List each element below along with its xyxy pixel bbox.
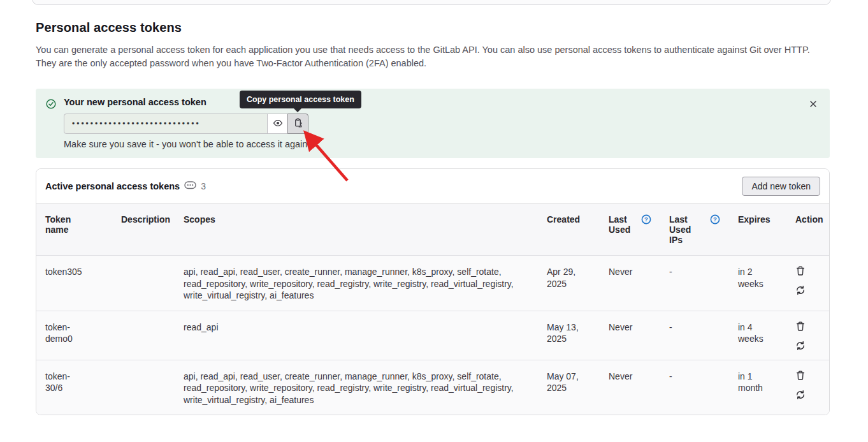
close-icon	[808, 101, 818, 111]
col-header-expires: Expires	[729, 204, 786, 256]
cell-description	[112, 311, 175, 360]
token-row: token-demo0 read_api May 13, 2025 Never …	[36, 311, 830, 360]
revoke-token-button[interactable]	[795, 371, 806, 381]
alert-note: Make sure you save it - you won't be abl…	[64, 139, 310, 149]
help-icon[interactable]: ?	[641, 214, 651, 226]
cell-last-used: Never	[600, 360, 660, 415]
rotate-token-button[interactable]	[795, 341, 806, 351]
col-header-scopes: Scopes	[175, 204, 538, 256]
token-input-group	[64, 114, 310, 134]
eye-icon	[273, 118, 283, 130]
token-row: token305 api, read_api, read_user, creat…	[36, 256, 830, 311]
cell-last-used-ips: -	[660, 360, 729, 415]
page-title: Personal access tokens	[36, 20, 830, 35]
cell-last-used-ips: -	[660, 256, 729, 311]
col-header-last-used-ips: Last Used IPs ?	[660, 204, 729, 256]
cell-last-used: Never	[600, 311, 660, 360]
annotation-arrow-icon	[290, 124, 360, 188]
cell-scopes: api, read_api, read_user, create_runner,…	[175, 360, 538, 415]
page-description: You can generate a personal access token…	[36, 43, 830, 70]
col-header-action: Action	[786, 204, 830, 256]
active-tokens-card: Active personal access tokens 3 Add new …	[36, 168, 830, 415]
cell-action	[786, 360, 830, 415]
cell-expires: in 4 weeks	[729, 311, 786, 360]
rotate-icon	[795, 288, 806, 297]
help-icon[interactable]: ?	[710, 214, 720, 226]
copy-token-tooltip: Copy personal access token	[240, 91, 361, 108]
active-tokens-title: Active personal access tokens	[45, 181, 180, 191]
cell-token-name: token305	[36, 256, 112, 311]
cell-scopes: api, read_api, read_user, create_runner,…	[175, 256, 538, 311]
table-header-row: Token name Description Scopes Created La…	[36, 204, 830, 256]
svg-text:?: ?	[713, 216, 717, 223]
trash-icon	[795, 324, 806, 334]
cell-expires: in 2 weeks	[729, 256, 786, 311]
cell-action	[786, 311, 830, 360]
trash-icon	[795, 373, 806, 383]
tooltip-caret	[294, 108, 301, 112]
settings-section: Personal access tokens You can generate …	[36, 0, 830, 442]
cell-scopes: read_api	[175, 311, 538, 360]
reveal-token-button[interactable]	[267, 114, 288, 134]
alert-close-button[interactable]	[807, 98, 820, 112]
cell-created: Apr 29, 2025	[538, 256, 600, 311]
check-circle-icon	[46, 99, 56, 112]
cell-created: May 07, 2025	[538, 360, 600, 415]
rotate-icon	[795, 392, 806, 402]
cell-action	[786, 256, 830, 311]
add-new-token-button[interactable]: Add new token	[742, 177, 820, 196]
col-header-created: Created	[538, 204, 600, 256]
col-header-description: Description	[112, 204, 175, 256]
cell-expires: in 1 month	[729, 360, 786, 415]
revoke-token-button[interactable]	[795, 321, 806, 332]
token-value-input[interactable]	[64, 114, 268, 134]
svg-text:?: ?	[644, 216, 648, 223]
cell-token-name: token-30/6	[36, 360, 112, 415]
token-row: token-30/6 api, read_api, read_user, cre…	[36, 360, 830, 415]
cell-created: May 13, 2025	[538, 311, 600, 360]
tooltip-text: Copy personal access token	[247, 95, 354, 104]
col-header-token-name: Token name	[36, 204, 112, 256]
trash-icon	[795, 269, 806, 278]
cell-last-used: Never	[600, 256, 660, 311]
cell-last-used-ips: -	[660, 311, 729, 360]
token-count: 3	[201, 181, 206, 191]
active-tokens-card-header: Active personal access tokens 3 Add new …	[36, 169, 829, 204]
col-header-last-used: Last Used ?	[600, 204, 660, 256]
cell-token-name: token-demo0	[36, 311, 112, 360]
tokens-table: Token name Description Scopes Created La…	[36, 204, 830, 415]
rotate-token-button[interactable]	[795, 390, 806, 400]
cell-description	[112, 360, 175, 415]
new-token-alert: Your new personal access token Make sure…	[36, 89, 830, 158]
rotate-icon	[795, 343, 806, 353]
token-count-pill-icon	[184, 180, 196, 193]
rotate-token-button[interactable]	[795, 285, 806, 295]
cell-description	[112, 256, 175, 311]
revoke-token-button[interactable]	[795, 266, 806, 276]
